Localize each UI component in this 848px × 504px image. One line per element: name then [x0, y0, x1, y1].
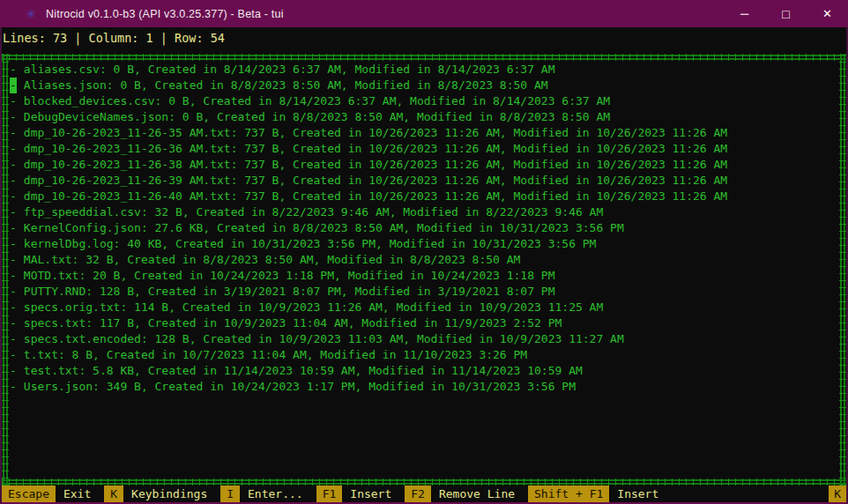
file-row[interactable]: - aliases.csv: 0 B, Created in 8/14/2023… [10, 62, 839, 78]
keybinding-label: Insert [350, 487, 391, 500]
file-row[interactable]: - test.txt: 5.8 KB, Created in 11/14/202… [10, 363, 839, 379]
row-text: PUTTY.RND: 128 B, Created in 3/19/2021 8… [17, 285, 554, 298]
row-marker: - [10, 125, 17, 141]
file-row[interactable]: - MOTD.txt: 20 B, Created in 10/24/2023 … [10, 268, 839, 284]
window-controls: ─ □ ✕ [724, 0, 848, 27]
file-row[interactable]: - MAL.txt: 32 B, Created in 8/8/2023 8:5… [10, 252, 839, 268]
row-marker: - [10, 141, 17, 157]
row-text: dmp_10-26-2023_11-26-38 AM.txt: 737 B, C… [17, 158, 727, 171]
file-row[interactable]: - KernelConfig.json: 27.6 KB, Created in… [10, 220, 839, 236]
row-marker: - [10, 379, 17, 395]
file-row[interactable]: - DebugDeviceNames.json: 0 B, Created in… [10, 109, 839, 125]
keybinding-key[interactable]: F1 [316, 485, 343, 502]
file-row[interactable]: - dmp_10-26-2023_11-26-35 AM.txt: 737 B,… [10, 125, 839, 141]
keybinding-label: Remove Line [439, 487, 515, 500]
row-marker: - [10, 204, 17, 220]
row-text: ftp_speeddial.csv: 32 B, Created in 8/22… [17, 205, 603, 219]
keybinding-key[interactable]: Escape [2, 485, 56, 502]
keybinding-key[interactable]: K [104, 485, 123, 502]
file-row[interactable]: - kernelDbg.log: 40 KB, Created in 10/31… [10, 236, 839, 252]
row-marker: - [10, 284, 17, 300]
file-row[interactable]: - specs.txt: 117 B, Created in 10/9/2023… [10, 315, 839, 331]
row-marker: - [10, 315, 17, 331]
minimize-button[interactable]: ─ [724, 0, 765, 27]
nitrocid-app-icon: ✳ [24, 7, 38, 21]
row-text: DebugDeviceNames.json: 0 B, Created in 8… [17, 110, 610, 123]
row-text: test.txt: 5.8 KB, Created in 11/14/2023 … [17, 364, 583, 377]
keybindings-bar: EscapeExit KKeybindings IEnter... F1Inse… [2, 485, 846, 502]
row-marker: - [10, 252, 17, 268]
row-text: dmp_10-26-2023_11-26-40 AM.txt: 737 B, C… [17, 189, 727, 203]
box-border-top [2, 54, 846, 61]
keybinding-key[interactable]: Shift + F1 [528, 485, 609, 502]
row-marker: - [10, 157, 17, 173]
row-text: Users.json: 349 B, Created in 10/24/2023… [17, 380, 576, 393]
row-marker: - [10, 93, 17, 109]
window-title: Nitrocid v0.1.0-b3 (API v3.0.25.377) - B… [46, 8, 284, 20]
file-row[interactable]: - specs.orig.txt: 114 B, Created in 10/9… [10, 300, 839, 315]
keybinding-key[interactable]: F2 [405, 485, 431, 502]
row-marker: - [10, 62, 17, 78]
file-row[interactable]: - Users.json: 349 B, Created in 10/24/20… [10, 379, 839, 395]
row-marker: - [10, 236, 17, 252]
row-marker: - [10, 78, 17, 93]
row-marker: - [10, 347, 17, 363]
terminal-area: Lines: 73 | Column: 1 | Row: 54 - aliase… [0, 27, 848, 504]
row-marker: - [10, 109, 17, 125]
file-row[interactable]: - ftp_speeddial.csv: 32 B, Created in 8/… [10, 204, 839, 220]
row-text: MOTD.txt: 20 B, Created in 10/24/2023 1:… [17, 269, 554, 282]
row-marker: - [10, 220, 17, 236]
row-text: aliases.csv: 0 B, Created in 8/14/2023 6… [17, 63, 554, 76]
box-border-bottom [2, 478, 846, 485]
file-list-box: - aliases.csv: 0 B, Created in 8/14/2023… [2, 54, 846, 485]
row-text: specs.txt: 117 B, Created in 10/9/2023 1… [17, 316, 562, 330]
keybinding-label: Insert [617, 487, 658, 500]
row-marker: - [10, 331, 17, 347]
row-text: KernelConfig.json: 27.6 KB, Created in 8… [17, 221, 624, 234]
file-row[interactable]: - dmp_10-26-2023_11-26-40 AM.txt: 737 B,… [10, 189, 839, 204]
close-button[interactable]: ✕ [807, 0, 848, 27]
box-border-right [839, 54, 846, 485]
keybinding-key[interactable]: I [220, 485, 240, 502]
row-text: MAL.txt: 32 B, Created in 8/8/2023 8:50 … [17, 253, 520, 266]
keybinding-key-right[interactable]: K [829, 485, 846, 502]
row-text: t.txt: 8 B, Created in 10/7/2023 11:04 A… [17, 348, 527, 361]
keybinding-label: Enter... [248, 487, 303, 500]
row-marker: - [10, 300, 17, 315]
file-row[interactable]: - blocked_devices.csv: 0 B, Created in 8… [10, 93, 839, 109]
file-list: - aliases.csv: 0 B, Created in 8/14/2023… [9, 61, 839, 478]
keybinding-label: Keybindings [131, 487, 207, 500]
status-line: Lines: 73 | Column: 1 | Row: 54 [3, 31, 225, 45]
row-marker: - [10, 363, 17, 379]
maximize-button[interactable]: □ [765, 0, 807, 27]
row-text: Aliases.json: 0 B, Created in 8/8/2023 8… [17, 78, 548, 92]
box-border-left [2, 54, 9, 485]
file-row[interactable]: - dmp_10-26-2023_11-26-36 AM.txt: 737 B,… [10, 141, 839, 157]
row-marker: - [10, 173, 17, 189]
file-row[interactable]: - dmp_10-26-2023_11-26-38 AM.txt: 737 B,… [10, 157, 839, 173]
row-text: blocked_devices.csv: 0 B, Created in 8/1… [17, 94, 610, 107]
file-row[interactable]: - dmp_10-26-2023_11-26-39 AM.txt: 737 B,… [10, 173, 839, 189]
row-text: specs.orig.txt: 114 B, Created in 10/9/2… [17, 300, 603, 314]
keybinding-label: Exit [63, 487, 91, 500]
row-text: dmp_10-26-2023_11-26-39 AM.txt: 737 B, C… [17, 174, 727, 187]
file-row[interactable]: - specs.txt.encoded: 128 B, Created in 1… [10, 331, 839, 347]
row-text: dmp_10-26-2023_11-26-35 AM.txt: 737 B, C… [17, 126, 727, 139]
file-row[interactable]: - Aliases.json: 0 B, Created in 8/8/2023… [10, 78, 839, 93]
file-row[interactable]: - t.txt: 8 B, Created in 10/7/2023 11:04… [10, 347, 839, 363]
row-marker: - [10, 189, 17, 204]
row-text: dmp_10-26-2023_11-26-36 AM.txt: 737 B, C… [17, 142, 727, 155]
titlebar: ✳ Nitrocid v0.1.0-b3 (API v3.0.25.377) -… [0, 0, 848, 27]
row-text: specs.txt.encoded: 128 B, Created in 10/… [17, 332, 624, 345]
row-marker: - [10, 268, 17, 284]
row-text: kernelDbg.log: 40 KB, Created in 10/31/2… [17, 237, 596, 250]
file-row[interactable]: - PUTTY.RND: 128 B, Created in 3/19/2021… [10, 284, 839, 300]
